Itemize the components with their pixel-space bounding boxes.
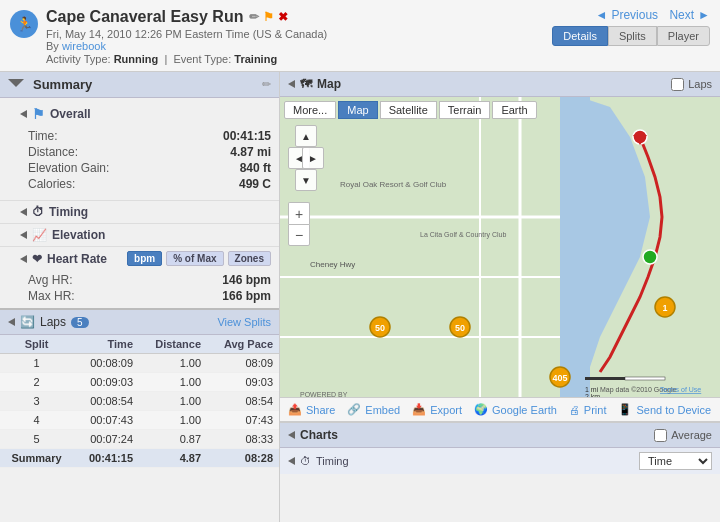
- elevation-row-header[interactable]: 📈 Elevation: [0, 223, 279, 246]
- send-to-device-action[interactable]: 📱 Send to Device: [618, 403, 711, 416]
- distance-cell: 1.00: [139, 392, 207, 411]
- map-container: 50 50 1 405 Royal Oak Resort & Golf Club…: [280, 97, 720, 397]
- hr-label: Heart Rate: [47, 252, 107, 266]
- summary-title: Summary: [8, 77, 92, 92]
- laps-table: Split Time Distance Avg Pace 1 00:08:09 …: [0, 335, 279, 468]
- col-avg-pace: Avg Pace: [207, 335, 279, 354]
- split-cell: 2: [0, 373, 73, 392]
- badge-zones[interactable]: Zones: [228, 251, 271, 266]
- tab-details[interactable]: Details: [552, 26, 608, 46]
- avg-checkbox-container: Average: [654, 429, 712, 442]
- laps-checkbox-label: Laps: [688, 78, 712, 90]
- activity-icon: 🏃: [10, 10, 38, 38]
- google-earth-action[interactable]: 🌍 Google Earth: [474, 403, 557, 416]
- timing-dropdown[interactable]: Time Distance: [639, 452, 712, 470]
- hr-badges: bpm % of Max Zones: [127, 251, 271, 266]
- summary-pace-cell: 08:28: [207, 449, 279, 468]
- close-icon[interactable]: ✖: [278, 10, 288, 24]
- header-left: 🏃 Cape Canaveral Easy Run ✏ ⚑ ✖ Fri, May…: [10, 8, 327, 65]
- map-earth-button[interactable]: Earth: [492, 101, 536, 119]
- charts-header: Charts Average: [280, 423, 720, 448]
- share-label: Share: [306, 404, 335, 416]
- next-button[interactable]: Next: [669, 8, 694, 22]
- summary-edit-icon[interactable]: ✏: [262, 78, 271, 91]
- avg-hr-row: Avg HR: 146 bpm: [28, 272, 271, 288]
- print-action[interactable]: 🖨 Print: [569, 404, 607, 416]
- laps-count: 5: [71, 317, 89, 328]
- tab-player[interactable]: Player: [657, 26, 710, 46]
- hr-row-header[interactable]: ❤ Heart Rate bpm % of Max Zones: [0, 246, 279, 270]
- distance-cell: 1.00: [139, 411, 207, 430]
- embed-action[interactable]: 🔗 Embed: [347, 403, 400, 416]
- map-map-button[interactable]: Map: [338, 101, 377, 119]
- embed-label: Embed: [365, 404, 400, 416]
- timing-triangle: [20, 208, 27, 216]
- hr-triangle: [20, 255, 27, 263]
- activity-type-label: Activity Type:: [46, 53, 111, 65]
- badge-pct-max[interactable]: % of Max: [166, 251, 223, 266]
- export-label: Export: [430, 404, 462, 416]
- activity-type-row: Activity Type: Running | Event Type: Tra…: [46, 53, 327, 65]
- svg-rect-25: [625, 377, 665, 380]
- laps-triangle: [8, 318, 15, 326]
- badge-bpm[interactable]: bpm: [127, 251, 162, 266]
- time-row: Time: 00:41:15: [28, 128, 271, 144]
- header-right: ◄ Previous Next ► Details Splits Player: [552, 8, 710, 46]
- map-more-button[interactable]: More...: [284, 101, 336, 119]
- svg-text:1 mi: 1 mi: [585, 386, 599, 393]
- by-label: By: [46, 40, 59, 52]
- google-earth-icon: 🌍: [474, 403, 488, 416]
- timing-subheader: ⏱ Timing Time Distance: [280, 448, 720, 474]
- svg-text:50: 50: [375, 323, 385, 333]
- summary-row: Summary 00:41:15 4.87 08:28: [0, 449, 279, 468]
- charts-triangle: [288, 431, 295, 439]
- timing-label: Timing: [49, 205, 88, 219]
- timing-subheader-left: ⏱ Timing: [288, 455, 349, 467]
- distance-cell: 0.87: [139, 430, 207, 449]
- tab-splits[interactable]: Splits: [608, 26, 657, 46]
- laps-header: 🔄 Laps 5 View Splits: [0, 310, 279, 335]
- laps-table-header-row: Split Time Distance Avg Pace: [0, 335, 279, 354]
- nav-buttons: ◄ Previous Next ►: [596, 8, 711, 22]
- charts-title: Charts: [288, 428, 338, 442]
- laps-checkbox[interactable]: [671, 78, 684, 91]
- view-splits-link[interactable]: View Splits: [217, 316, 271, 328]
- edit-icon[interactable]: ✏: [249, 10, 259, 24]
- hr-stats: Avg HR: 146 bpm Max HR: 166 bpm: [0, 270, 279, 308]
- zoom-out-button[interactable]: −: [288, 224, 310, 246]
- event-type-label: Event Type:: [173, 53, 231, 65]
- map-title: 🗺 Map: [288, 77, 341, 91]
- export-action[interactable]: 📥 Export: [412, 403, 462, 416]
- calories-label: Calories:: [28, 177, 75, 191]
- max-hr-row: Max HR: 166 bpm: [28, 288, 271, 304]
- activity-type-value: Running: [114, 53, 159, 65]
- map-satellite-button[interactable]: Satellite: [380, 101, 437, 119]
- map-east-button[interactable]: ►: [302, 147, 324, 169]
- zoom-in-button[interactable]: +: [288, 202, 310, 224]
- overall-flag-icon: ⚑: [32, 106, 45, 122]
- overall-stats: Time: 00:41:15 Distance: 4.87 mi Elevati…: [0, 126, 279, 196]
- distance-label: Distance:: [28, 145, 78, 159]
- event-type-value: Training: [234, 53, 277, 65]
- table-row: 2 00:09:03 1.00 09:03: [0, 373, 279, 392]
- map-north-button[interactable]: ▲: [295, 125, 317, 147]
- summary-header[interactable]: Summary ✏: [0, 72, 279, 98]
- svg-text:Cheney Hwy: Cheney Hwy: [310, 260, 355, 269]
- share-action[interactable]: 📤 Share: [288, 403, 335, 416]
- elevation-section-label: Elevation: [52, 228, 105, 242]
- timing-row[interactable]: ⏱ Timing: [0, 200, 279, 223]
- map-south-button[interactable]: ▼: [295, 169, 317, 191]
- print-icon: 🖨: [569, 404, 580, 416]
- embed-icon: 🔗: [347, 403, 361, 416]
- overall-header[interactable]: ⚑ Overall: [0, 102, 279, 126]
- average-checkbox[interactable]: [654, 429, 667, 442]
- summary-split-cell: Summary: [0, 449, 73, 468]
- prev-button[interactable]: Previous: [611, 8, 658, 22]
- author-link[interactable]: wirebook: [62, 40, 106, 52]
- map-terrain-button[interactable]: Terrain: [439, 101, 491, 119]
- activity-title: Cape Canaveral Easy Run ✏ ⚑ ✖: [46, 8, 327, 26]
- avg-pace-cell: 08:09: [207, 354, 279, 373]
- svg-text:Terms of Use: Terms of Use: [660, 386, 701, 393]
- svg-text:POWERED BY: POWERED BY: [300, 391, 348, 397]
- flag-icon[interactable]: ⚑: [263, 10, 274, 24]
